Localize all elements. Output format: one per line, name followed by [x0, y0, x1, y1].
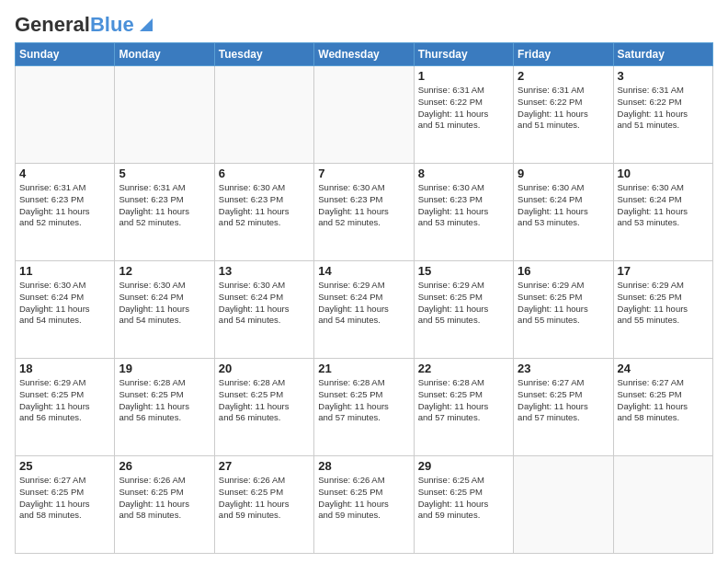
day-number: 11: [19, 264, 110, 278]
col-thursday: Thursday: [414, 43, 513, 66]
table-row: 8Sunrise: 6:30 AM Sunset: 6:23 PM Daylig…: [414, 164, 513, 261]
day-info: Sunrise: 6:30 AM Sunset: 6:23 PM Dayligh…: [318, 182, 409, 229]
day-number: 21: [318, 362, 409, 375]
day-info: Sunrise: 6:29 AM Sunset: 6:25 PM Dayligh…: [19, 377, 110, 424]
day-number: 6: [219, 167, 310, 180]
table-row: 20Sunrise: 6:28 AM Sunset: 6:25 PM Dayli…: [214, 359, 313, 456]
table-row: 21Sunrise: 6:28 AM Sunset: 6:25 PM Dayli…: [314, 359, 414, 456]
day-info: Sunrise: 6:27 AM Sunset: 6:25 PM Dayligh…: [19, 475, 110, 522]
day-number: 18: [19, 362, 110, 375]
day-number: 3: [618, 69, 709, 83]
col-tuesday: Tuesday: [214, 43, 313, 66]
day-number: 14: [318, 264, 409, 278]
day-number: 2: [518, 69, 609, 83]
day-number: 15: [418, 264, 509, 278]
table-row: 4Sunrise: 6:31 AM Sunset: 6:23 PM Daylig…: [16, 164, 115, 261]
day-info: Sunrise: 6:31 AM Sunset: 6:22 PM Dayligh…: [418, 85, 509, 132]
table-row: 18Sunrise: 6:29 AM Sunset: 6:25 PM Dayli…: [16, 359, 115, 456]
day-number: 17: [618, 264, 709, 278]
svg-marker-0: [140, 18, 153, 31]
logo-text: GeneralBlue: [15, 15, 134, 35]
day-number: 27: [219, 459, 310, 473]
day-info: Sunrise: 6:31 AM Sunset: 6:22 PM Dayligh…: [518, 85, 609, 132]
day-info: Sunrise: 6:30 AM Sunset: 6:24 PM Dayligh…: [518, 182, 609, 229]
day-info: Sunrise: 6:27 AM Sunset: 6:25 PM Dayligh…: [518, 377, 609, 424]
day-number: 12: [119, 264, 210, 278]
day-info: Sunrise: 6:28 AM Sunset: 6:25 PM Dayligh…: [219, 377, 310, 424]
table-row: 12Sunrise: 6:30 AM Sunset: 6:24 PM Dayli…: [115, 261, 214, 359]
day-info: Sunrise: 6:30 AM Sunset: 6:23 PM Dayligh…: [219, 182, 310, 229]
table-row: 11Sunrise: 6:30 AM Sunset: 6:24 PM Dayli…: [16, 261, 115, 359]
day-info: Sunrise: 6:31 AM Sunset: 6:23 PM Dayligh…: [19, 182, 110, 229]
day-number: 9: [518, 167, 609, 180]
day-info: Sunrise: 6:25 AM Sunset: 6:25 PM Dayligh…: [418, 475, 509, 522]
day-info: Sunrise: 6:29 AM Sunset: 6:25 PM Dayligh…: [618, 280, 709, 327]
table-row: 17Sunrise: 6:29 AM Sunset: 6:25 PM Dayli…: [613, 261, 712, 359]
table-row: 10Sunrise: 6:30 AM Sunset: 6:24 PM Dayli…: [613, 164, 712, 261]
day-number: 28: [318, 459, 409, 473]
day-info: Sunrise: 6:30 AM Sunset: 6:24 PM Dayligh…: [219, 280, 310, 327]
table-row: 19Sunrise: 6:28 AM Sunset: 6:25 PM Dayli…: [115, 359, 214, 456]
table-row: [115, 66, 214, 164]
day-info: Sunrise: 6:28 AM Sunset: 6:25 PM Dayligh…: [418, 377, 509, 424]
day-info: Sunrise: 6:31 AM Sunset: 6:23 PM Dayligh…: [119, 182, 210, 229]
table-row: 14Sunrise: 6:29 AM Sunset: 6:24 PM Dayli…: [314, 261, 414, 359]
day-info: Sunrise: 6:29 AM Sunset: 6:25 PM Dayligh…: [518, 280, 609, 327]
day-number: 20: [219, 362, 310, 375]
logo: GeneralBlue: [15, 15, 156, 35]
day-info: Sunrise: 6:29 AM Sunset: 6:25 PM Dayligh…: [418, 280, 509, 327]
calendar-table: Sunday Monday Tuesday Wednesday Thursday…: [15, 42, 713, 554]
day-info: Sunrise: 6:30 AM Sunset: 6:24 PM Dayligh…: [618, 182, 709, 229]
table-row: 3Sunrise: 6:31 AM Sunset: 6:22 PM Daylig…: [613, 66, 712, 164]
day-number: 23: [518, 362, 609, 375]
day-number: 8: [418, 167, 509, 180]
table-row: 15Sunrise: 6:29 AM Sunset: 6:25 PM Dayli…: [414, 261, 513, 359]
day-number: 1: [418, 69, 509, 83]
table-row: 13Sunrise: 6:30 AM Sunset: 6:24 PM Dayli…: [214, 261, 313, 359]
day-info: Sunrise: 6:30 AM Sunset: 6:24 PM Dayligh…: [19, 280, 110, 327]
day-number: 7: [318, 167, 409, 180]
day-number: 22: [418, 362, 509, 375]
day-info: Sunrise: 6:27 AM Sunset: 6:25 PM Dayligh…: [618, 377, 709, 424]
table-row: 16Sunrise: 6:29 AM Sunset: 6:25 PM Dayli…: [514, 261, 613, 359]
table-row: 27Sunrise: 6:26 AM Sunset: 6:25 PM Dayli…: [214, 456, 313, 554]
day-info: Sunrise: 6:29 AM Sunset: 6:24 PM Dayligh…: [318, 280, 409, 327]
col-wednesday: Wednesday: [314, 43, 414, 66]
table-row: [514, 456, 613, 554]
day-info: Sunrise: 6:26 AM Sunset: 6:25 PM Dayligh…: [219, 475, 310, 522]
day-info: Sunrise: 6:30 AM Sunset: 6:24 PM Dayligh…: [119, 280, 210, 327]
table-row: 25Sunrise: 6:27 AM Sunset: 6:25 PM Dayli…: [16, 456, 115, 554]
day-info: Sunrise: 6:31 AM Sunset: 6:22 PM Dayligh…: [618, 85, 709, 132]
day-number: 5: [119, 167, 210, 180]
table-row: [16, 66, 115, 164]
col-friday: Friday: [514, 43, 613, 66]
calendar-week-row: 4Sunrise: 6:31 AM Sunset: 6:23 PM Daylig…: [16, 164, 713, 261]
table-row: [613, 456, 712, 554]
table-row: 6Sunrise: 6:30 AM Sunset: 6:23 PM Daylig…: [214, 164, 313, 261]
table-row: 2Sunrise: 6:31 AM Sunset: 6:22 PM Daylig…: [514, 66, 613, 164]
day-number: 19: [119, 362, 210, 375]
col-monday: Monday: [115, 43, 214, 66]
table-row: 22Sunrise: 6:28 AM Sunset: 6:25 PM Dayli…: [414, 359, 513, 456]
logo-blue: Blue: [90, 13, 134, 36]
page: GeneralBlue Sunday Monday Tuesday Wednes…: [0, 0, 728, 563]
table-row: 24Sunrise: 6:27 AM Sunset: 6:25 PM Dayli…: [613, 359, 712, 456]
calendar-week-row: 18Sunrise: 6:29 AM Sunset: 6:25 PM Dayli…: [16, 359, 713, 456]
day-info: Sunrise: 6:26 AM Sunset: 6:25 PM Dayligh…: [119, 475, 210, 522]
table-row: 28Sunrise: 6:26 AM Sunset: 6:25 PM Dayli…: [314, 456, 414, 554]
table-row: 5Sunrise: 6:31 AM Sunset: 6:23 PM Daylig…: [115, 164, 214, 261]
day-number: 24: [618, 362, 709, 375]
day-info: Sunrise: 6:28 AM Sunset: 6:25 PM Dayligh…: [119, 377, 210, 424]
calendar-header-row: Sunday Monday Tuesday Wednesday Thursday…: [16, 43, 713, 66]
day-info: Sunrise: 6:30 AM Sunset: 6:23 PM Dayligh…: [418, 182, 509, 229]
logo-general: General: [15, 13, 90, 36]
day-number: 4: [19, 167, 110, 180]
calendar-week-row: 11Sunrise: 6:30 AM Sunset: 6:24 PM Dayli…: [16, 261, 713, 359]
table-row: 29Sunrise: 6:25 AM Sunset: 6:25 PM Dayli…: [414, 456, 513, 554]
day-number: 13: [219, 264, 310, 278]
day-number: 10: [618, 167, 709, 180]
table-row: 7Sunrise: 6:30 AM Sunset: 6:23 PM Daylig…: [314, 164, 414, 261]
calendar-week-row: 25Sunrise: 6:27 AM Sunset: 6:25 PM Dayli…: [16, 456, 713, 554]
table-row: 9Sunrise: 6:30 AM Sunset: 6:24 PM Daylig…: [514, 164, 613, 261]
table-row: [214, 66, 313, 164]
